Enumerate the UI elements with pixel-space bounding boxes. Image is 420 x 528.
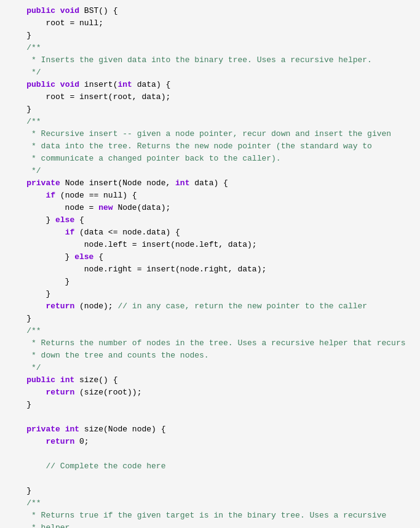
code-token: * Returns the number of nodes in the tre… — [7, 337, 406, 350]
code-token: node.left = insert(node.left, data); — [7, 239, 257, 251]
code-token: size(Node node) { — [79, 423, 165, 436]
code-token: new — [98, 202, 113, 214]
code-token — [60, 423, 65, 436]
code-token: node.right = insert(node.right, data); — [7, 263, 266, 276]
code-token: void — [60, 5, 79, 17]
code-line: /** — [0, 497, 420, 510]
code-token — [7, 300, 46, 313]
code-line — [0, 411, 420, 423]
code-token — [7, 177, 26, 190]
code-token — [55, 79, 60, 91]
code-token: data) { — [132, 79, 170, 91]
code-line: } — [0, 288, 420, 300]
code-token: } — [7, 251, 74, 263]
code-token — [7, 423, 26, 436]
code-token: } — [7, 399, 31, 411]
code-token: void — [60, 79, 79, 91]
code-line: */ — [0, 66, 420, 79]
code-line: * communicate a changed pointer back to … — [0, 153, 420, 165]
code-token: */ — [7, 362, 41, 374]
code-token: private — [26, 177, 60, 190]
code-token: (node); — [74, 300, 117, 313]
code-line: * Inserts the given data into the binary… — [0, 54, 420, 66]
code-line: node.right = insert(node.right, data); — [0, 263, 420, 276]
code-line: * data into the tree. Returns the new no… — [0, 140, 420, 153]
code-line: // Complete the code here — [0, 460, 420, 473]
code-line: /** — [0, 42, 420, 54]
code-token: else — [74, 251, 93, 263]
code-token — [7, 497, 26, 510]
code-token — [7, 460, 46, 473]
code-token: return — [46, 300, 74, 313]
code-token: else — [55, 214, 74, 226]
code-line: if (node == null) { — [0, 190, 420, 202]
code-token: * communicate a changed pointer back to … — [7, 153, 281, 165]
code-line: } — [0, 276, 420, 288]
code-line: public void insert(int data) { — [0, 79, 420, 91]
code-line: } — [0, 399, 420, 411]
code-token: } — [7, 103, 31, 116]
code-token: BST() { — [79, 5, 117, 17]
code-token — [7, 226, 65, 239]
code-editor: public void BST() { root = null; } /** *… — [0, 0, 420, 528]
code-token: // in any case, return the new pointer t… — [117, 300, 367, 313]
code-token: private — [26, 423, 60, 436]
code-token: (size(root)); — [74, 386, 141, 399]
code-line: } — [0, 485, 420, 497]
code-line: * Returns the number of nodes in the tre… — [0, 337, 420, 350]
code-token: int — [175, 177, 189, 190]
code-token: } — [7, 276, 69, 288]
code-token: public — [26, 5, 55, 17]
code-token — [7, 386, 46, 399]
code-token: * data into the tree. Returns the new no… — [7, 140, 372, 153]
code-line: * down the tree and counts the nodes. — [0, 350, 420, 362]
code-token: * Recursive insert -- given a node point… — [7, 128, 391, 140]
code-line: public int size() { — [0, 374, 420, 386]
code-line: private int size(Node node) { — [0, 423, 420, 436]
code-line: public void BST() { — [0, 5, 420, 17]
code-token: int — [65, 423, 79, 436]
code-token: node = — [7, 202, 98, 214]
code-token: } — [7, 214, 55, 226]
code-token: root = null; — [7, 17, 103, 30]
code-token: { — [74, 214, 84, 226]
code-line: } — [0, 313, 420, 325]
code-token: (data <= node.data) { — [74, 226, 180, 239]
code-line: * helper. — [0, 522, 420, 528]
code-token: } — [7, 485, 31, 497]
code-line: } else { — [0, 214, 420, 226]
code-line — [0, 448, 420, 460]
code-token — [7, 374, 26, 386]
code-token: /** — [26, 325, 41, 337]
code-token: Node insert(Node node, — [60, 177, 175, 190]
code-token: Node(data); — [113, 202, 171, 214]
code-token: */ — [7, 165, 41, 177]
code-token: public — [26, 374, 55, 386]
code-line: node.left = insert(node.left, data); — [0, 239, 420, 251]
code-token: return — [46, 436, 74, 448]
code-token — [7, 325, 26, 337]
code-token: /** — [26, 116, 41, 128]
code-line: } — [0, 30, 420, 42]
code-token: return — [46, 386, 74, 399]
code-line: } — [0, 103, 420, 116]
code-token — [55, 374, 60, 386]
code-token: (node == null) { — [55, 190, 137, 202]
code-token: } — [7, 288, 50, 300]
code-line: */ — [0, 362, 420, 374]
code-token: // Complete the code here — [46, 460, 165, 473]
code-token: insert( — [79, 79, 117, 91]
code-token: /** — [26, 497, 41, 510]
code-line: } else { — [0, 251, 420, 263]
code-line: */ — [0, 165, 420, 177]
code-line — [0, 473, 420, 485]
code-token: if — [65, 226, 75, 239]
code-token: data) { — [189, 177, 228, 190]
code-line: private Node insert(Node node, int data)… — [0, 177, 420, 190]
code-token: 0; — [74, 436, 89, 448]
code-line: * Returns true if the given target is in… — [0, 510, 420, 522]
code-line: node = new Node(data); — [0, 202, 420, 214]
code-line: if (data <= node.data) { — [0, 226, 420, 239]
code-line: root = null; — [0, 17, 420, 30]
code-token: */ — [7, 66, 41, 79]
